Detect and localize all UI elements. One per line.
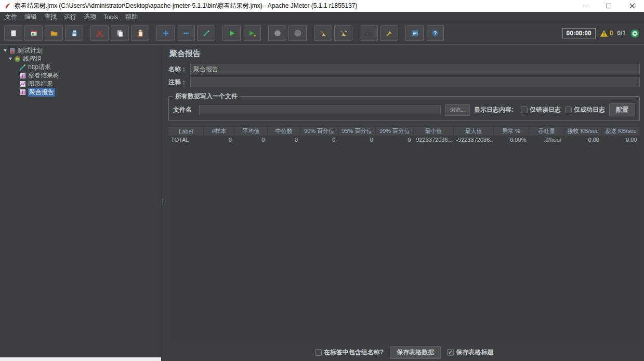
search-reset-button[interactable] xyxy=(380,25,398,41)
menu-options[interactable]: 选项 xyxy=(80,11,100,22)
close-button[interactable] xyxy=(621,0,644,12)
expand-arrow-icon[interactable]: ▼ xyxy=(2,48,8,53)
copy-button[interactable] xyxy=(111,25,129,41)
copy-icon xyxy=(116,29,124,37)
remove-element-button[interactable] xyxy=(177,25,195,41)
log-display-label: 显示日志内容: xyxy=(474,105,514,114)
toolbar: ? 00:00:00 0 0/1 xyxy=(0,22,644,45)
menu-run[interactable]: 运行 xyxy=(60,11,80,22)
errors-only-option[interactable]: 仅错误日志 xyxy=(521,105,561,114)
test-plan-icon xyxy=(9,47,16,54)
tree-item-test-plan[interactable]: ▼ 测试计划 xyxy=(2,46,161,55)
col-header-received[interactable]: 接收 KB/sec xyxy=(564,127,602,136)
close-icon xyxy=(629,3,635,9)
panel-splitter[interactable]: ⁞⁞ xyxy=(161,45,164,361)
save-table-header-option[interactable]: ✓ 保存表格标题 xyxy=(447,348,493,357)
clear-button[interactable] xyxy=(314,25,332,41)
function-helper-button[interactable] xyxy=(405,25,424,41)
successes-only-checkbox[interactable] xyxy=(565,106,572,113)
templates-icon xyxy=(30,29,38,37)
save-table-header-label: 保存表格标题 xyxy=(456,348,493,357)
expand-arrow-icon[interactable]: ▼ xyxy=(7,56,14,61)
add-element-button[interactable] xyxy=(156,25,175,41)
comment-label: 注释： xyxy=(168,78,187,87)
configure-button[interactable]: 配置 xyxy=(609,103,635,116)
table-row[interactable]: TOTAL 0 0 0 0 0 0 9223372036... -9223372… xyxy=(168,136,640,144)
tree-item-graph-results[interactable]: 图形结果 xyxy=(2,79,161,88)
save-button[interactable] xyxy=(65,25,83,41)
filename-input[interactable] xyxy=(199,105,441,115)
new-file-button[interactable] xyxy=(4,25,22,41)
menu-help[interactable]: 帮助 xyxy=(122,11,141,22)
include-group-name-label: 在标签中包含组名称? xyxy=(324,348,384,357)
start-no-pauses-button[interactable] xyxy=(243,25,261,41)
table-header-row: Label #样本 平均值 中位数 90% 百分位 95% 百分位 99% 百分… xyxy=(168,127,640,136)
col-header-95pct[interactable]: 95% 百分位 xyxy=(338,127,376,136)
tree-horizontal-scrollbar[interactable] xyxy=(0,357,161,361)
successes-only-option[interactable]: 仅成功日志 xyxy=(565,105,605,114)
tree-item-label[interactable]: 线程组 xyxy=(23,55,42,63)
window-controls xyxy=(574,0,644,12)
col-header-throughput[interactable]: 吞吐量 xyxy=(529,127,564,136)
tree-item-label[interactable]: 测试计划 xyxy=(18,46,43,55)
browse-button[interactable]: 浏览... xyxy=(445,104,470,116)
help-icon: ? xyxy=(431,29,439,37)
tree-item-label[interactable]: 察看结果树 xyxy=(28,71,59,80)
name-input[interactable] xyxy=(190,64,640,74)
cell-samples: 0 xyxy=(204,136,234,144)
save-icon xyxy=(70,29,78,37)
menu-tools[interactable]: Tools xyxy=(100,12,122,22)
view-results-tree-icon xyxy=(19,72,26,79)
paste-button[interactable] xyxy=(131,25,149,41)
errors-only-label: 仅错误日志 xyxy=(530,105,561,114)
menu-search[interactable]: 查找 xyxy=(41,11,60,22)
cell-min: 9223372036... xyxy=(413,136,453,144)
aggregate-table: Label #样本 平均值 中位数 90% 百分位 95% 百分位 99% 百分… xyxy=(168,126,640,144)
tree-item-view-results-tree[interactable]: 察看结果树 xyxy=(2,71,161,79)
include-group-name-option[interactable]: 在标签中包含组名称? xyxy=(315,348,384,357)
templates-button[interactable] xyxy=(24,25,43,41)
tree-item-label[interactable]: http请求 xyxy=(28,63,51,72)
col-header-sent[interactable]: 发送 KB/sec xyxy=(602,127,640,136)
elapsed-timer: 00:00:00 xyxy=(562,28,596,38)
tree-item-label[interactable]: 图形结果 xyxy=(28,79,53,88)
minimize-button[interactable] xyxy=(574,0,597,12)
log-warning-indicator[interactable]: 0 xyxy=(600,30,613,37)
errors-only-checkbox[interactable] xyxy=(521,106,528,113)
col-header-average[interactable]: 平均值 xyxy=(234,127,267,136)
cell-sent: 0.00 xyxy=(602,136,640,144)
col-header-99pct[interactable]: 99% 百分位 xyxy=(376,127,414,136)
col-header-samples[interactable]: #样本 xyxy=(204,127,234,136)
help-button[interactable]: ? xyxy=(426,25,444,41)
comment-input[interactable] xyxy=(190,77,640,87)
cell-average: 0 xyxy=(234,136,267,144)
save-table-header-checkbox[interactable]: ✓ xyxy=(447,349,454,356)
open-file-button[interactable] xyxy=(45,25,63,41)
jmeter-window: 察看结果树.jmx (C:\Users\Administrator\Deskto… xyxy=(0,0,644,361)
save-table-data-button[interactable]: 保存表格数据 xyxy=(390,346,441,359)
search-button[interactable] xyxy=(360,25,378,41)
menu-file[interactable]: 文件 xyxy=(1,11,21,22)
maximize-button[interactable] xyxy=(597,0,621,12)
panel-title: 聚合报告 xyxy=(169,49,640,59)
col-header-max[interactable]: 最大值 xyxy=(453,127,493,136)
tree-item-http-request[interactable]: http请求 xyxy=(2,63,161,71)
tree-item-thread-group[interactable]: ▼ 线程组 xyxy=(2,55,161,63)
col-header-error[interactable]: 异常 % xyxy=(493,127,529,136)
file-row: 文件名 浏览... 显示日志内容: 仅错误日志 仅成功日志 配置 xyxy=(173,103,635,116)
shutdown-button[interactable] xyxy=(288,25,307,41)
include-group-name-checkbox[interactable] xyxy=(315,349,322,356)
stop-button[interactable] xyxy=(268,25,286,41)
menu-edit[interactable]: 编辑 xyxy=(21,11,41,22)
tree-item-aggregate-report[interactable]: 聚合报告 xyxy=(2,88,161,96)
col-header-label[interactable]: Label xyxy=(168,127,204,136)
col-header-min[interactable]: 最小值 xyxy=(413,127,453,136)
cut-button[interactable] xyxy=(90,25,109,41)
start-button[interactable] xyxy=(222,25,241,41)
tree-item-label[interactable]: 聚合报告 xyxy=(28,88,55,97)
content-area: ▼ 测试计划 ▼ 线程组 http请求 察看结果树 图形结果 xyxy=(0,45,644,361)
clear-all-button[interactable] xyxy=(334,25,352,41)
col-header-90pct[interactable]: 90% 百分位 xyxy=(300,127,338,136)
col-header-median[interactable]: 中位数 xyxy=(267,127,300,136)
toggle-element-button[interactable] xyxy=(197,25,215,41)
